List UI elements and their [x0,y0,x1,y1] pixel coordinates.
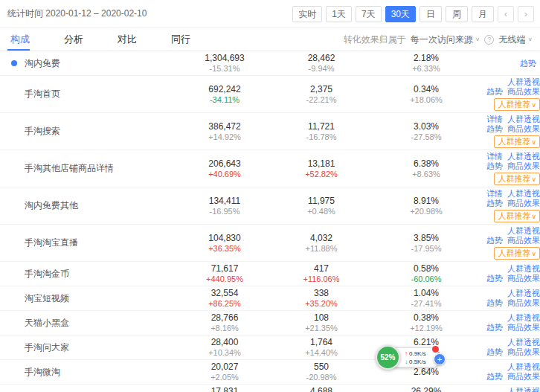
action-link[interactable]: 趋势 [486,161,503,170]
action-link[interactable]: 商品效果 [507,347,540,356]
action-link[interactable]: 商品效果 [507,199,540,208]
metric-cell: 134,411-16.95% [177,196,272,216]
metric-value: 1,764 [272,337,370,348]
action-link[interactable]: 详情 [486,115,503,123]
action-link[interactable]: 商品效果 [507,298,540,307]
action-link[interactable]: 趋势 [520,59,536,68]
action-link[interactable]: 人群透视 [507,362,540,371]
row-label: 天猫小黑盒 [25,318,69,328]
metric-change: +440.95% [177,274,272,284]
crowd-recommend-button[interactable]: 人群推荐∨ [494,173,540,185]
action-link[interactable]: 趋势 [486,124,503,133]
metric-value: 20,027 [177,362,272,373]
actions-cell: 人群透视趋势商品效果 [482,338,540,357]
metric-value: 2,375 [272,84,370,95]
percent-badge[interactable]: 52% [376,345,400,370]
metric-change: +86.25% [177,299,272,309]
action-link[interactable]: 趋势 [486,372,503,381]
range-button-4[interactable]: 日 [420,6,442,22]
action-link[interactable]: 趋势 [486,274,503,283]
row-label-cell: 天猫小黑盒 [0,317,177,330]
stat-time-label: 统计时间 2020-01-12 – 2020-02-10 [7,7,147,20]
range-button-2[interactable]: 7天 [356,6,382,22]
metric-cell: 550-20.98% [272,362,370,382]
range-button-3[interactable]: 30天 [385,6,416,22]
metric-change: +10.34% [177,348,272,358]
action-link[interactable]: 趋势 [486,236,503,245]
action-link[interactable]: 商品效果 [507,372,540,381]
action-link[interactable]: 人群透视 [507,115,540,123]
source-attribution-dropdown[interactable]: 每一次访问来源 ∨ [411,33,480,46]
crowd-recommend-label: 人群推荐 [498,100,530,109]
tab-2[interactable]: 对比 [115,28,147,51]
table-row: 天猫小黑盒28,766+8.16%108+21.35%0.38%+12.19%人… [0,311,540,335]
row-label-cell: 淘内免费 [0,57,177,70]
action-link[interactable]: 趋势 [486,323,503,332]
range-button-5[interactable]: 周 [446,6,468,22]
table-row: 手淘问大家28,400+10.34%1,764+14.40%6.21%+3.68… [0,335,540,360]
widget-add-button[interactable]: + [434,353,446,365]
terminal-value: 无线端 [498,33,525,46]
tab-0[interactable]: 构成 [7,28,40,51]
action-line: 趋势商品效果 [482,124,540,134]
action-line: 趋势商品效果 [482,199,540,208]
crowd-recommend-button[interactable]: 人群推荐∨ [494,247,540,260]
action-link[interactable]: 人群透视 [507,313,540,322]
table-row: 手淘其他店铺商品详情206,643+40.69%13,181+52.82%6.3… [0,150,540,187]
notification-dot [432,346,439,353]
range-button-1[interactable]: 1天 [326,6,352,22]
tab-1[interactable]: 分析 [61,28,94,51]
floating-net-monitor[interactable]: ↑ 0.9K/s ↓ 0.5K/s + 52% [376,345,446,372]
action-link[interactable]: 商品效果 [507,87,540,96]
metric-change: -22.21% [272,95,370,105]
crowd-recommend-button[interactable]: 人群推荐∨ [494,210,540,222]
metric-cell: 20,027+2.05% [177,362,272,382]
metric-cell: 1.04%-27.41% [370,288,482,309]
action-line: 人群透视 [482,338,540,347]
action-line: 人群推荐∨ [482,134,540,148]
next-period-button[interactable]: › [518,6,534,22]
action-link[interactable]: 商品效果 [507,236,540,245]
actions-cell: 人群透视趋势商品效果 [482,362,540,382]
metric-change: -17.95% [370,244,482,254]
action-link[interactable]: 人群透视 [507,289,540,298]
metric-cell: 417+116.06% [272,263,370,284]
help-icon[interactable]: ? [484,35,494,45]
action-link[interactable]: 人群透视 [507,152,540,161]
chevron-down-icon: ∨ [531,101,536,109]
action-link[interactable]: 详情 [486,152,503,161]
prev-period-button[interactable]: ‹ [498,6,514,22]
metric-value: 11,721 [272,121,370,132]
action-link[interactable]: 趋势 [486,199,503,208]
metric-change: -27.58% [370,132,482,142]
crowd-recommend-button[interactable]: 人群推荐∨ [494,135,540,148]
chevron-down-icon: ∨ [531,176,536,183]
action-line: 趋势 [482,59,536,68]
action-link[interactable]: 商品效果 [507,124,540,133]
action-link[interactable]: 详情 [486,189,503,198]
action-link[interactable]: 商品效果 [507,274,540,283]
action-link[interactable]: 趋势 [486,87,503,96]
action-link[interactable]: 趋势 [486,347,503,356]
action-link[interactable]: 人群透视 [507,387,540,392]
action-link[interactable]: 人群透视 [507,77,540,86]
action-link[interactable]: 趋势 [486,298,503,307]
row-label-cell: 手淘首页 [0,88,177,100]
action-link[interactable]: 商品效果 [507,323,540,332]
range-button-0[interactable]: 实时 [292,6,322,22]
table-row: 手淘搜索386,472+14.92%11,721-16.78%3.03%-27.… [0,113,540,150]
metric-cell: 2.18%+6.33% [370,53,482,74]
action-link[interactable]: 人群透视 [507,338,540,347]
action-link[interactable]: 商品效果 [507,161,540,170]
terminal-dropdown[interactable]: 无线端 ∨ [498,33,533,46]
metric-cell: 386,472+14.92% [177,121,272,142]
crowd-recommend-button[interactable]: 人群推荐∨ [494,98,540,111]
range-button-6[interactable]: 月 [472,6,494,22]
tab-3[interactable]: 同行 [168,28,201,51]
action-link[interactable]: 人群透视 [507,264,540,273]
action-link[interactable]: 人群透视 [507,226,540,235]
metric-value: 11,975 [272,196,370,207]
action-line: 趋势商品效果 [482,372,540,382]
metric-value: 0.38% [370,312,482,324]
action-link[interactable]: 人群透视 [507,189,540,198]
